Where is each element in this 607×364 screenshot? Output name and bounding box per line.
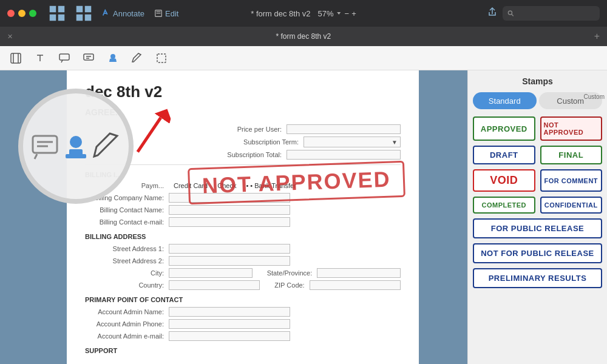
street1-label: Street Address 1: xyxy=(85,245,164,252)
for-comment-stamp-btn[interactable]: FOR COMMENT xyxy=(540,169,603,192)
admin-email-input[interactable] xyxy=(169,331,290,341)
street2-label: Street Address 2: xyxy=(85,257,164,265)
zip-label: ZIP Code: xyxy=(274,281,304,289)
country-input[interactable] xyxy=(169,280,260,290)
admin-email-row: Account Admin e-mail: xyxy=(85,331,401,341)
subscription-total-input[interactable] xyxy=(287,150,401,160)
svg-rect-6 xyxy=(76,15,83,21)
not-for-public-release-stamp-btn[interactable]: NOT FOR PUBLIC RELEASE xyxy=(473,243,602,263)
tab-close-button[interactable]: ✕ xyxy=(7,33,13,41)
zoom-control[interactable]: 57% − + xyxy=(318,9,356,18)
not-approved-stamp-btn[interactable]: NOT APPROVED xyxy=(540,116,603,141)
city-row: City: State/Province: xyxy=(85,268,401,278)
street2-input[interactable] xyxy=(169,256,290,266)
toolbar-icon-1[interactable] xyxy=(7,50,24,67)
state-label: State/Province: xyxy=(267,269,313,277)
svg-rect-7 xyxy=(85,15,92,21)
svg-point-21 xyxy=(110,54,115,59)
callout-tool-icon[interactable] xyxy=(56,50,73,67)
subscription-term-label: Subscription Term: xyxy=(220,138,299,146)
toolbar-buttons: Annotate Edit xyxy=(49,5,178,22)
stamps-grid: APPROVED NOT APPROVED DRAFT FINAL VOID F… xyxy=(473,116,602,214)
final-stamp-btn[interactable]: FINAL xyxy=(540,146,603,164)
admin-phone-row: Account Admin Phone: xyxy=(85,319,401,329)
svg-rect-0 xyxy=(50,6,56,13)
svg-line-13 xyxy=(512,14,514,16)
street1-row: Street Address 1: xyxy=(85,244,401,254)
svg-point-12 xyxy=(508,11,512,15)
city-label: City: xyxy=(85,269,164,277)
maximize-traffic-light[interactable] xyxy=(29,10,36,17)
search-input[interactable] xyxy=(518,9,595,18)
stamp-tool-icon[interactable] xyxy=(104,50,121,67)
country-label: Country: xyxy=(85,281,164,289)
approved-stamp-btn[interactable]: APPROVED xyxy=(473,116,535,141)
close-traffic-light[interactable] xyxy=(7,10,15,17)
street1-input[interactable] xyxy=(169,244,290,254)
svg-rect-14 xyxy=(11,53,21,63)
svg-rect-22 xyxy=(157,54,166,62)
price-per-user-input[interactable] xyxy=(287,124,401,134)
tab-title: * form dec 8th v2 xyxy=(18,32,589,41)
tab-add-button[interactable]: + xyxy=(594,31,600,42)
price-per-user-label: Price per User: xyxy=(203,126,282,133)
zip-input[interactable] xyxy=(310,280,401,290)
preliminary-results-stamp-btn[interactable]: PRELIMINARY RESULTS xyxy=(473,268,602,288)
svg-point-26 xyxy=(70,136,82,148)
document-area: dec 8th v2 AGREE... Price per User: Subs… xyxy=(0,70,467,364)
titlebar: Annotate Edit * form dec 8th v2 57% − + xyxy=(0,0,607,27)
comment-magnified-icon xyxy=(30,131,60,161)
for-public-release-stamp-btn[interactable]: FOR PUBLIC RELEASE xyxy=(473,218,602,238)
state-input[interactable] xyxy=(317,268,401,278)
billing-contact-label: Billing Contact Name: xyxy=(85,206,164,214)
void-stamp-btn[interactable]: VOID xyxy=(473,169,535,192)
traffic-lights xyxy=(7,10,36,17)
share-button[interactable] xyxy=(487,7,498,20)
stamp-magnified-icon xyxy=(61,131,91,161)
billing-email-input[interactable] xyxy=(169,217,290,227)
admin-phone-input[interactable] xyxy=(169,319,290,329)
edit-button[interactable]: Edit xyxy=(154,9,178,18)
admin-name-input[interactable] xyxy=(169,307,290,317)
pen-tool-icon[interactable] xyxy=(129,50,146,67)
street2-row: Street Address 2: xyxy=(85,256,401,266)
file-title: * form dec 8th v2 xyxy=(251,9,310,18)
annotation-toolbar xyxy=(0,46,607,70)
search-bar[interactable] xyxy=(503,6,600,21)
billing-email-row: Billing Contact e-mail: xyxy=(85,217,401,227)
grid-view-icon[interactable] xyxy=(49,5,66,22)
titlebar-right xyxy=(487,6,600,21)
svg-rect-18 xyxy=(84,54,93,60)
completed-stamp-btn[interactable]: COMPLETED xyxy=(473,197,535,214)
main-area: dec 8th v2 AGREE... Price per User: Subs… xyxy=(0,70,607,364)
billing-contact-input[interactable] xyxy=(169,205,290,215)
stamps-panel: Stamps Standard Custom Custom APPROVED N… xyxy=(467,70,607,364)
subscription-term-select[interactable]: ▼ xyxy=(304,136,401,147)
subscription-total-label: Subscription Total: xyxy=(203,151,282,158)
primary-contact-title: PRIMARY POINT OF CONTACT xyxy=(85,296,401,303)
document-big-title: dec 8th v2 xyxy=(85,83,401,101)
for-public-release-row: FOR PUBLIC RELEASE xyxy=(473,218,602,238)
support-title: SUPPORT xyxy=(85,347,401,354)
text-tool-icon[interactable] xyxy=(32,50,49,67)
svg-rect-2 xyxy=(50,15,56,21)
comment-tool-icon[interactable] xyxy=(80,50,97,67)
svg-rect-23 xyxy=(33,136,57,153)
billing-address-title: BILLING ADDRESS xyxy=(85,233,401,240)
titlebar-center: * form dec 8th v2 57% − + xyxy=(251,9,356,18)
billing-email-label: Billing Contact e-mail: xyxy=(85,218,164,226)
preliminary-results-row: PRELIMINARY RESULTS xyxy=(473,268,602,288)
stamps-panel-title: Stamps xyxy=(473,76,602,86)
document-header: AGREE... xyxy=(85,107,401,117)
confidential-stamp-btn[interactable]: CONFIDENTIAL xyxy=(540,197,603,214)
grid-view2-icon[interactable] xyxy=(75,5,92,22)
minimize-traffic-light[interactable] xyxy=(18,10,25,17)
not-for-public-release-row: NOT FOR PUBLIC RELEASE xyxy=(473,243,602,263)
draft-stamp-btn[interactable]: DRAFT xyxy=(473,146,535,164)
annotate-button[interactable]: Annotate xyxy=(102,9,144,18)
standard-tab[interactable]: Standard xyxy=(473,92,537,109)
selection-tool-icon[interactable] xyxy=(153,50,170,67)
city-input[interactable] xyxy=(169,268,253,278)
stamps-tabs: Standard Custom xyxy=(473,92,602,109)
magnifier-overlay xyxy=(18,89,134,204)
